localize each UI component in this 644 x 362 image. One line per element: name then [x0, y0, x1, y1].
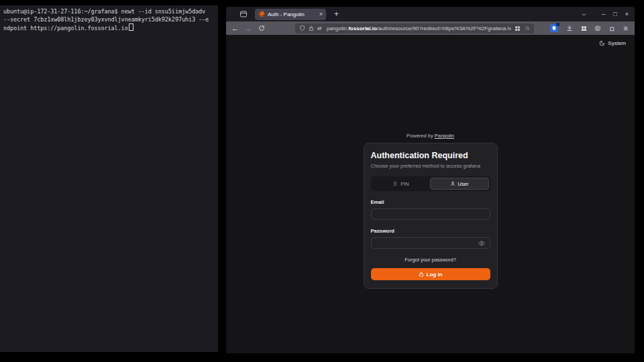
browser-window: Auth - Pangolin × + – □ × ← →: [226, 7, 635, 353]
tab-close-button[interactable]: ×: [319, 11, 323, 17]
navigation-toolbar: ← → ⇄ pangolin.fossorial.io/auth/resourc…: [226, 21, 635, 35]
terminal-window[interactable]: ubuntu@ip-172-31-27-116:~/grafana$ newt …: [0, 5, 218, 352]
email-label: Email: [371, 199, 490, 205]
email-input[interactable]: [371, 208, 490, 220]
moon-icon: [599, 40, 605, 46]
new-tab-button[interactable]: +: [334, 10, 339, 18]
url-host-prefix: pangolin.: [327, 25, 348, 32]
firefox-view-button[interactable]: [239, 10, 248, 18]
firefox-view-icon: [239, 10, 248, 18]
extensions-grid-button[interactable]: [581, 25, 587, 32]
tab-auth-pangolin[interactable]: Auth - Pangolin ×: [255, 9, 326, 20]
extension-puzzle-button[interactable]: [609, 25, 616, 32]
url-path: /auth/resource/90?redirect=https%3A%2F%2…: [377, 25, 511, 32]
permissions-swap-icon[interactable]: ⇄: [317, 25, 322, 32]
grid-icon: [581, 25, 587, 32]
theme-toggle-button[interactable]: System: [599, 40, 626, 46]
url-text: pangolin.fossorial.io/auth/resource/90?r…: [327, 25, 511, 32]
plus-icon: +: [334, 9, 339, 19]
page-content: System Powered by Pangolin Authenticatio…: [226, 35, 635, 353]
chevron-down-icon: [581, 11, 587, 17]
tracking-shield-icon[interactable]: [299, 25, 305, 32]
pangolin-favicon: [258, 11, 265, 17]
terminal-line: --secret 7cbz1xw08lh1jbzey03yxvndljvneam…: [3, 16, 215, 24]
login-label: Log in: [427, 272, 443, 278]
back-button[interactable]: ←: [231, 25, 239, 32]
close-icon: ×: [319, 11, 323, 17]
tab-pin-label: PIN: [400, 181, 409, 187]
forward-button[interactable]: →: [245, 25, 252, 32]
password-manager-extension-button[interactable]: [550, 24, 558, 32]
user-icon: [450, 181, 455, 186]
tab-title: Auth - Pangolin: [268, 11, 317, 17]
shield-icon: [551, 25, 557, 31]
containers-grid-icon[interactable]: [515, 25, 521, 32]
minimize-icon: –: [602, 11, 605, 17]
star-icon: ☆: [525, 25, 530, 32]
downloads-button[interactable]: [566, 25, 573, 32]
terminal-line: ubuntu@ip-172-31-27-116:~/grafana$ newt …: [3, 8, 215, 16]
back-icon: ←: [231, 25, 239, 32]
circle-icon: ◎: [595, 24, 601, 32]
show-password-button[interactable]: [478, 240, 485, 247]
forgot-password-link[interactable]: Forgot your password?: [371, 257, 490, 263]
url-bar[interactable]: ⇄ pangolin.fossorial.io/auth/resource/90…: [295, 23, 534, 34]
lock-icon[interactable]: [309, 25, 314, 32]
tab-user-label: User: [458, 181, 469, 187]
toolbar-extensions: ◎ ≡: [550, 24, 628, 32]
extension-badge: [556, 23, 559, 26]
list-all-tabs-button[interactable]: [581, 11, 587, 17]
powered-by-link[interactable]: Pangolin: [435, 133, 454, 139]
close-icon: ×: [625, 11, 629, 17]
keypad-icon: [392, 181, 398, 186]
powered-by: Powered by Pangolin: [407, 133, 454, 139]
auth-center-column: Powered by Pangolin Authentication Requi…: [226, 35, 635, 289]
reload-button[interactable]: [258, 25, 265, 32]
maximize-icon: □: [613, 11, 616, 17]
window-controls: – □ ×: [602, 11, 629, 17]
tab-pin[interactable]: PIN: [372, 178, 430, 190]
password-input[interactable]: [371, 237, 490, 249]
password-label: Password: [371, 228, 490, 234]
terminal-line: ndpoint https://pangolin.fossorial.io: [3, 23, 215, 33]
download-icon: [566, 25, 573, 32]
eye-icon: [478, 240, 485, 247]
hamburger-icon: ≡: [624, 24, 628, 32]
puzzle-icon: [609, 25, 616, 32]
login-button[interactable]: Log in: [371, 268, 490, 280]
forward-icon: →: [245, 25, 252, 32]
card-title: Authentication Required: [371, 151, 490, 160]
tab-user[interactable]: User: [430, 178, 489, 190]
bookmark-star-button[interactable]: ☆: [525, 25, 530, 32]
menu-button[interactable]: ≡: [624, 25, 628, 32]
url-host: fossorial.io: [348, 25, 377, 32]
terminal-cursor: [129, 23, 133, 31]
terminal-line-text: ndpoint https://pangolin.fossorial.io: [3, 25, 128, 32]
lock-icon: [419, 272, 424, 277]
auth-method-tabs: PIN User: [371, 176, 490, 191]
urlbar-actions: ☆: [515, 25, 530, 32]
card-subtitle: Choose your preferred method to access g…: [371, 163, 490, 169]
close-window-button[interactable]: ×: [625, 11, 629, 17]
minimize-button[interactable]: –: [602, 11, 605, 17]
tab-bar: Auth - Pangolin × + – □ ×: [226, 7, 635, 21]
desktop: { "terminal": { "lines": [ "ubuntu@ip-17…: [0, 0, 644, 362]
theme-label: System: [608, 40, 626, 46]
reload-icon: [258, 25, 265, 32]
auth-card: Authentication Required Choose your pref…: [364, 143, 498, 289]
maximize-button[interactable]: □: [613, 11, 616, 17]
adblock-extension-button[interactable]: ◎: [595, 25, 601, 32]
